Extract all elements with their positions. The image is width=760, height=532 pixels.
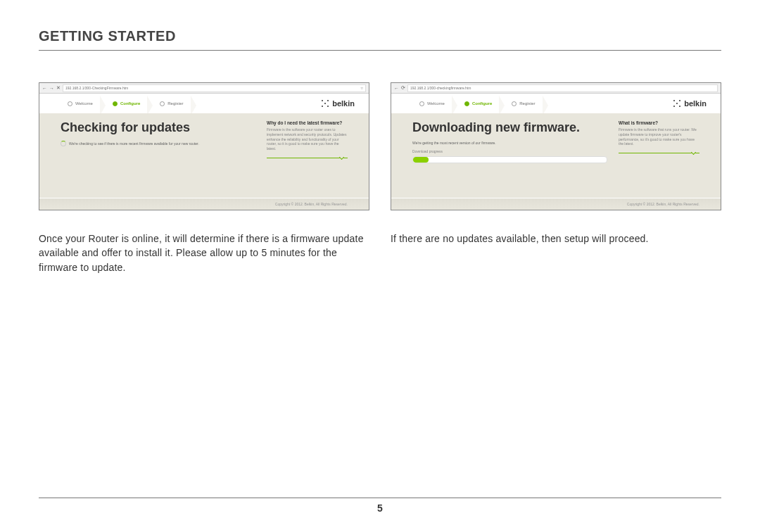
crumb-welcome: Welcome bbox=[412, 101, 457, 106]
info-side-body: Firmware is the software your router use… bbox=[267, 127, 348, 151]
setup-breadcrumb: Welcome Configure Register belkin bbox=[391, 94, 721, 113]
left-column: ← → ✕ 192.168.2.1/300-CheckingFirmware.h… bbox=[39, 82, 369, 274]
browser-address-bar: ← ⟳ 192.168.2.1/300-checkingfirmware.htm bbox=[391, 83, 721, 94]
info-side-title: What is firmware? bbox=[619, 120, 699, 125]
progress-bar bbox=[412, 156, 607, 163]
crumb-register: Register bbox=[153, 101, 196, 106]
screenshot-footer: Copyright © 2012. Belkin, All Rights Res… bbox=[391, 198, 721, 210]
section-heading: GETTING STARTED bbox=[39, 28, 721, 51]
page-footer: 5 bbox=[39, 498, 721, 514]
info-underline bbox=[267, 156, 348, 158]
belkin-logo: belkin bbox=[673, 99, 707, 108]
bookmark-icon: ☆ bbox=[360, 86, 363, 90]
crumb-configure: Configure bbox=[106, 101, 153, 106]
reload-icon: ⟳ bbox=[401, 85, 405, 91]
browser-address-bar: ← → ✕ 192.168.2.1/300-CheckingFirmware.h… bbox=[39, 83, 369, 94]
right-caption: If there are no updates available, then … bbox=[391, 232, 721, 246]
update-title: Checking for updates bbox=[61, 120, 254, 135]
screenshot-downloading-firmware: ← ⟳ 192.168.2.1/300-checkingfirmware.htm… bbox=[391, 82, 721, 210]
belkin-logo: belkin bbox=[322, 99, 355, 108]
back-icon: ← bbox=[394, 86, 399, 91]
download-subline: We're getting the most recent version of… bbox=[412, 141, 496, 145]
progress-label: Download progress bbox=[412, 149, 606, 153]
url-text: 192.168.2.1/300-CheckingFirmware.htm bbox=[65, 86, 128, 90]
belkin-logo-icon bbox=[322, 100, 329, 108]
crumb-welcome: Welcome bbox=[61, 101, 106, 106]
screenshot-checking-updates: ← → ✕ 192.168.2.1/300-CheckingFirmware.h… bbox=[39, 82, 369, 210]
setup-breadcrumb: Welcome Configure Register belkin bbox=[39, 94, 369, 113]
right-column: ← ⟳ 192.168.2.1/300-checkingfirmware.htm… bbox=[391, 82, 721, 274]
url-text: 192.168.2.1/300-checkingfirmware.htm bbox=[410, 86, 471, 90]
spinner-icon bbox=[61, 141, 66, 146]
forward-icon: → bbox=[49, 86, 54, 91]
back-icon: ← bbox=[42, 86, 47, 91]
left-caption: Once your Router is online, it will dete… bbox=[39, 232, 369, 274]
info-side-body: Firmware is the software that runs your … bbox=[619, 127, 699, 146]
screenshot-footer: Copyright © 2012. Belkin, All Rights Res… bbox=[39, 198, 369, 210]
crumb-register: Register bbox=[505, 101, 547, 106]
page-number: 5 bbox=[377, 502, 383, 514]
info-side-title: Why do I need the latest firmware? bbox=[267, 120, 348, 125]
download-title: Downloading new firmware. bbox=[412, 120, 606, 135]
update-status-line: We're checking to see if there is more r… bbox=[61, 141, 254, 146]
info-underline bbox=[619, 151, 699, 153]
close-icon: ✕ bbox=[56, 85, 61, 91]
belkin-logo-icon bbox=[673, 100, 681, 108]
crumb-configure: Configure bbox=[457, 101, 505, 106]
progress-fill bbox=[413, 157, 429, 163]
